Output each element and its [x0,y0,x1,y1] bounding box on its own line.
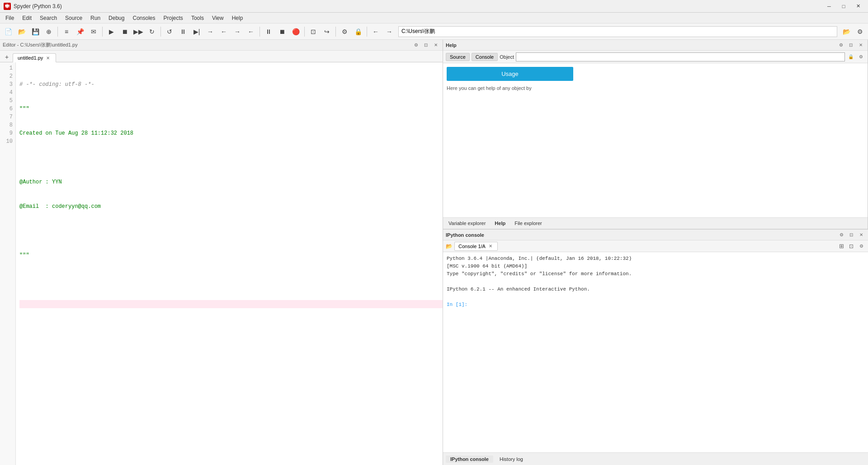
continue-button[interactable]: → [231,25,244,38]
menu-bar: File Edit Search Source Run Debug Consol… [0,13,868,23]
console-tab-bar: 📂 Console 1/A ✕ ⊞ ⊡ ⚙ [443,240,868,252]
editor-options-button[interactable]: ⚙ [412,42,420,49]
line-num-10: 10 [3,137,13,146]
path-bar[interactable] [398,26,837,37]
step-into-button[interactable]: ▶| [190,25,203,38]
new-tab-button[interactable]: + [2,52,12,62]
run-button[interactable]: ▶ [105,25,118,38]
interrupt-button[interactable]: ⏸ [262,25,275,38]
email-button[interactable]: ✉ [87,25,100,38]
toolbar-sep-2 [102,27,103,37]
forward-button[interactable]: → [383,25,396,38]
console-float-button[interactable]: ⊡ [847,231,855,239]
code-line-9 [19,276,443,284]
help-lock-button[interactable]: 🔒 [847,53,855,61]
settings-btn[interactable]: ⚙ [854,25,866,38]
toolbar-sep-1 [57,27,58,37]
step-button[interactable]: ⏸ [177,25,189,38]
menu-help[interactable]: Help [228,14,247,22]
editor-close-button[interactable]: ✕ [432,42,440,49]
code-line-2: """ [19,105,443,113]
tab-help[interactable]: Help [492,220,508,227]
outline-button[interactable]: ≡ [60,25,73,38]
code-content[interactable]: # -*- coding: utf-8 -*- """ Created on T… [16,62,443,465]
object-input[interactable] [516,52,845,61]
bookmark-button[interactable]: 📌 [74,25,86,38]
menu-edit[interactable]: Edit [19,14,35,22]
code-line-3: Created on Tue Aug 28 11:12:32 2018 [19,129,443,137]
editor-float-button[interactable]: ⊡ [422,42,430,49]
console-add-button[interactable]: ⊞ [837,243,845,250]
code-editor[interactable]: 1 2 3 4 5 6 7 8 9 10 # -*- coding: utf-8… [0,62,443,465]
new-file-button[interactable]: 📄 [2,25,14,38]
toolbar: 📄 📂 💾 ⊕ ≡ 📌 ✉ ▶ ⏹ ▶▶ ↻ ↺ ⏸ ▶| → ← → ← ⏸ … [0,23,868,40]
help-options-button[interactable]: ⚙ [837,42,845,49]
line-num-3: 3 [3,80,13,89]
code-analysis-button[interactable]: ↪ [321,25,333,38]
tab-close-button[interactable]: ✕ [45,55,51,61]
help-float-button[interactable]: ⊡ [847,42,855,49]
debug-button[interactable]: ↺ [163,25,176,38]
find-replace-button[interactable]: ⊡ [307,25,320,38]
menu-run[interactable]: Run [87,14,104,22]
minimize-button[interactable]: ─ [823,2,835,11]
lock-button[interactable]: 🔒 [352,25,364,38]
help-toolbar: Source Console Object 🔒 ⚙ [443,51,868,63]
console-prompt[interactable]: In [1]: [447,302,467,307]
menu-search[interactable]: Search [36,14,61,22]
console-content[interactable]: Python 3.6.4 |Anaconda, Inc.| (default, … [443,252,868,452]
step-over-button[interactable]: → [204,25,217,38]
console-options-button[interactable]: ⚙ [837,231,845,239]
console-tab-close[interactable]: ✕ [487,243,494,249]
line-num-2: 2 [3,72,13,80]
console-close-button[interactable]: ✕ [857,231,865,239]
stop-button[interactable]: 🔴 [289,25,302,38]
tab-file-explorer[interactable]: File explorer [512,220,545,227]
tab-variable-explorer[interactable]: Variable explorer [446,220,488,227]
stop-debug-button[interactable]: ← [245,25,257,38]
menu-consoles[interactable]: Consoles [129,14,159,22]
back-button[interactable]: ← [369,25,382,38]
maximize-button[interactable]: □ [837,2,850,11]
step-return-button[interactable]: ← [217,25,230,38]
help-close-button[interactable]: ✕ [857,42,865,49]
line-numbers: 1 2 3 4 5 6 7 8 9 10 [0,62,16,465]
run-selection-button[interactable]: ↻ [146,25,158,38]
bottom-tab-ipython[interactable]: IPython console [446,456,493,463]
usage-button[interactable]: Usage [447,67,573,81]
menu-tools[interactable]: Tools [188,14,208,22]
menu-debug[interactable]: Debug [105,14,128,22]
editor-title: Editor - C:\Users\张鹏\untitled1.py [3,42,78,48]
console-tab-1[interactable]: Console 1/A ✕ [454,242,498,251]
code-line-8-str: """ [19,252,29,258]
run-cell-next-button[interactable]: ▶▶ [132,25,145,38]
help-gear-button[interactable]: ⚙ [857,53,865,61]
toolbar-sep-5 [304,27,305,37]
code-line-3-str: Created on Tue Aug 28 11:12:32 2018 [19,130,133,136]
console-term-button[interactable]: ⊡ [847,243,855,250]
save-button[interactable]: 💾 [29,25,42,38]
tab-label: untitled1.py [18,55,43,61]
source-button[interactable]: Source [446,53,470,61]
open-file-button[interactable]: 📂 [15,25,28,38]
run-cell-button[interactable]: ⏹ [118,25,131,38]
folder-btn[interactable]: 📂 [840,25,853,38]
console-outer: IPython console ⚙ ⊡ ✕ 📂 Console 1/A ✕ ⊞ … [443,230,868,465]
code-line-1: # -*- coding: utf-8 -*- [19,80,443,89]
save-all-button[interactable]: ⊕ [42,25,55,38]
close-button[interactable]: ✕ [852,2,864,11]
menu-view[interactable]: View [208,14,227,22]
console-button[interactable]: Console [472,53,498,61]
preferences-button[interactable]: ⚙ [338,25,351,38]
console-header-controls: ⚙ ⊡ ✕ [837,231,865,239]
menu-projects[interactable]: Projects [160,14,187,22]
bottom-tab-history[interactable]: History log [495,456,528,463]
console-settings-button[interactable]: ⚙ [857,243,865,250]
code-line-10 [19,300,443,308]
editor-tab-untitled[interactable]: untitled1.py ✕ [13,53,56,62]
restart-kernel-button[interactable]: ⏹ [276,25,288,38]
editor-header: Editor - C:\Users\张鹏\untitled1.py ⚙ ⊡ ✕ [0,40,443,51]
menu-file[interactable]: File [2,14,18,22]
menu-source[interactable]: Source [61,14,86,22]
console-header: IPython console ⚙ ⊡ ✕ [443,230,868,240]
